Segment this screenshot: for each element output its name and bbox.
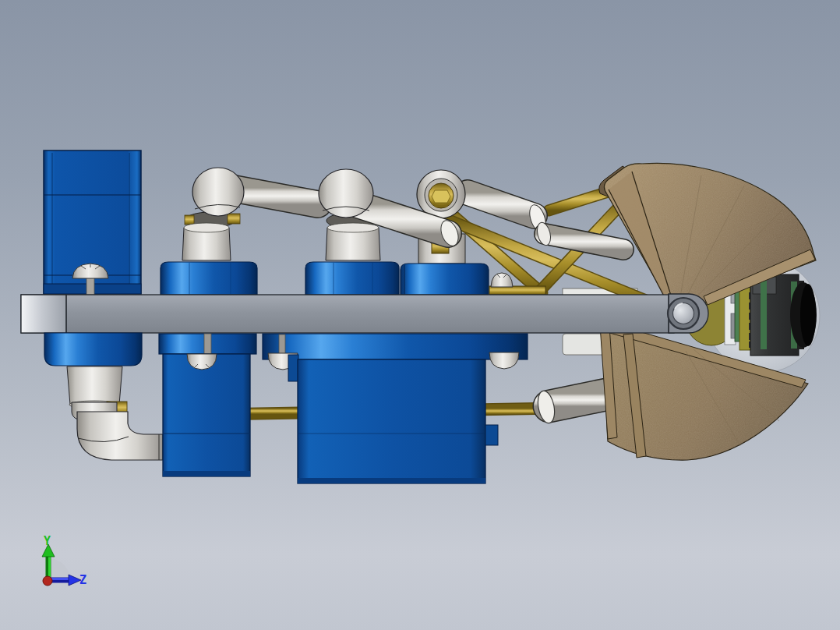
servo-motor-1-top[interactable]	[161, 262, 257, 295]
base-servo-box[interactable]	[44, 150, 141, 295]
brass-tab	[228, 214, 240, 224]
servo-tab	[485, 425, 498, 445]
axis-origin	[43, 576, 52, 586]
servo-motor-3-top[interactable]	[401, 264, 489, 295]
cad-viewport[interactable]: Y Z	[0, 0, 840, 630]
axis-z-label: Z	[79, 573, 86, 587]
rod-anchor-plate	[489, 286, 545, 295]
support-beam[interactable]	[21, 294, 708, 333]
servo-cylinders-top[interactable]	[161, 262, 545, 295]
screw-shaft	[86, 278, 94, 295]
beam-left-end	[21, 295, 66, 333]
horn-cylinder-left	[67, 366, 122, 405]
servo-tab	[288, 355, 298, 381]
servo-motor-2-top[interactable]	[305, 262, 399, 295]
axis-y-label: Y	[44, 534, 51, 548]
servo-flange-left	[44, 333, 142, 366]
elbow-joint-2[interactable]	[319, 169, 373, 218]
elbow-joint-1[interactable]	[192, 168, 244, 216]
lower-cylinder[interactable]	[549, 394, 610, 406]
viewport-canvas[interactable]: Y Z	[0, 0, 840, 630]
servo-motor-2-body[interactable]	[298, 359, 485, 483]
camera-lens-glass	[800, 284, 816, 346]
servo-motor-1-body[interactable]	[163, 354, 250, 476]
brass-tab	[185, 215, 194, 225]
servo-flange-2	[263, 334, 528, 359]
camera-green-ring	[761, 281, 767, 349]
